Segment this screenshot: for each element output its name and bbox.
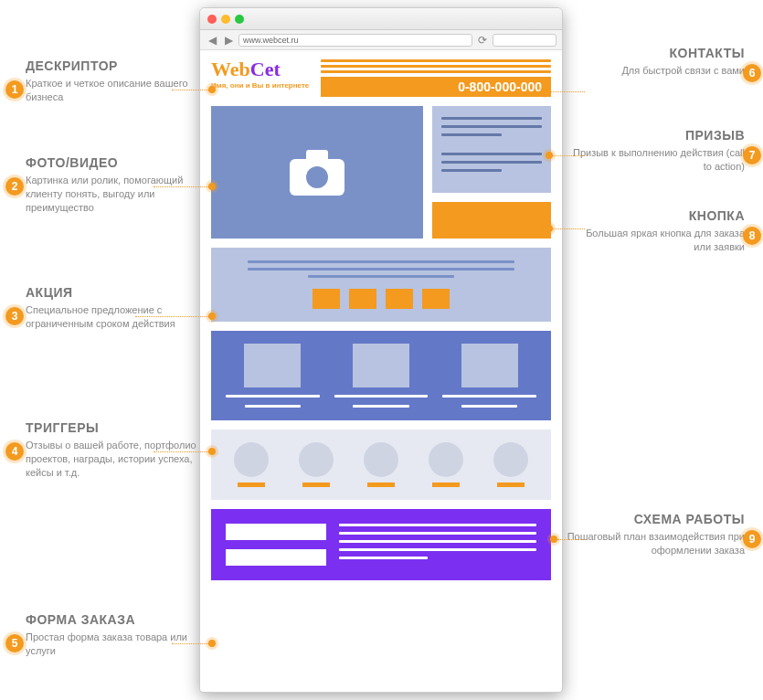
annotation-number: 1 [5, 80, 24, 99]
site-header: WebCet Имя, они и Вы в интернете 0-800-0… [211, 59, 551, 97]
form-text [339, 524, 536, 566]
annotation-orderform: ФОРМА ЗАКАЗА Простая форма заказа товара… [26, 612, 204, 658]
annotation-title: СХЕМА РАБОТЫ [567, 512, 745, 526]
annotation-contacts: КОНТАКТЫ Для быстрой связи с вами [567, 46, 745, 78]
connector-line [172, 643, 208, 644]
promo-block [211, 248, 551, 322]
connector-line [553, 155, 585, 156]
browser-window: ◀ ▶ www.webcet.ru ⟳ WebCet Имя, они и Вы… [199, 7, 563, 693]
cta-text-block [432, 106, 551, 193]
camera-icon [290, 150, 344, 196]
annotation-number: 6 [743, 64, 761, 82]
annotation-number: 5 [5, 634, 24, 652]
promo-square [422, 289, 450, 309]
logo-part2: Cet [250, 58, 281, 80]
minimize-icon[interactable] [221, 15, 230, 24]
reload-icon[interactable]: ⟳ [476, 34, 489, 47]
hero-row [211, 106, 551, 239]
workflow-step [222, 442, 280, 487]
connector-line [557, 539, 585, 540]
annotation-title: КОНТАКТЫ [567, 46, 745, 60]
connector-line [553, 228, 585, 229]
connector-dot [546, 225, 553, 232]
connector-dot [208, 313, 216, 320]
form-fields [226, 524, 326, 566]
annotation-desc: Призыв к выполнению действия (call to ac… [567, 146, 745, 174]
browser-search[interactable] [493, 34, 556, 47]
header-right: 0-800-000-000 [321, 59, 551, 97]
logo-block: WebCet Имя, они и Вы в интернете [211, 59, 312, 90]
connector-line [154, 186, 208, 187]
connector-line [172, 90, 208, 90]
step-icon [234, 442, 269, 477]
trigger-image [353, 344, 409, 387]
annotation-title: ТРИГГЕРЫ [26, 420, 204, 435]
logo-part1: Web [211, 58, 250, 80]
annotation-number: 9 [743, 530, 761, 548]
annotation-desc: Большая яркая кнопка для заказа или заяв… [567, 227, 745, 254]
annotation-title: ДЕСКРИПТОР [26, 58, 204, 73]
workflow-step [352, 442, 409, 487]
connector-dot [208, 86, 216, 93]
annotation-workflow: СХЕМА РАБОТЫ Пошаговый план взаимодейств… [567, 512, 745, 557]
step-icon [493, 442, 528, 477]
promo-square [386, 289, 413, 309]
trigger-item[interactable] [334, 344, 429, 408]
photo-video-block[interactable] [211, 106, 423, 239]
address-url: www.webcet.ru [243, 36, 299, 45]
tagline: Имя, они и Вы в интернете [211, 81, 312, 90]
promo-text [248, 260, 514, 278]
promo-square [349, 289, 376, 309]
workflow-step [482, 442, 540, 487]
logo: WebCet [211, 59, 312, 80]
connector-dot [208, 183, 216, 190]
contact-phone[interactable]: 0-800-000-000 [321, 77, 551, 97]
connector-line [548, 91, 585, 92]
address-bar[interactable]: www.webcet.ru [238, 34, 472, 47]
workflow-block [211, 430, 551, 500]
annotation-number: 7 [743, 146, 761, 164]
annotation-number: 4 [5, 442, 24, 461]
annotation-number: 8 [743, 227, 761, 245]
form-input[interactable] [226, 549, 326, 566]
triggers-block [211, 331, 551, 420]
workflow-step [418, 442, 475, 487]
annotation-photo: ФОТО/ВИДЕО Картинка или ролик, помогающи… [26, 155, 204, 215]
annotation-button: КНОПКА Большая яркая кнопка для заказа и… [567, 208, 745, 254]
cta-button[interactable] [432, 202, 551, 239]
annotation-desc: Картинка или ролик, помогающий клиенту п… [26, 174, 204, 215]
connector-dot [208, 640, 216, 647]
step-icon [299, 442, 334, 477]
order-form-block [211, 509, 551, 580]
annotation-title: КНОПКА [567, 208, 745, 223]
workflow-step [287, 442, 344, 487]
step-icon [364, 442, 398, 477]
connector-line [154, 451, 208, 452]
connector-dot [546, 152, 553, 159]
annotation-title: АКЦИЯ [26, 285, 204, 300]
annotation-title: ФОРМА ЗАКАЗА [26, 612, 204, 627]
trigger-item[interactable] [442, 344, 536, 408]
phone-number: 0-800-000-000 [458, 80, 542, 94]
descriptor-lines [321, 59, 551, 73]
connector-line [135, 316, 208, 317]
form-input[interactable] [226, 524, 326, 540]
maximize-icon[interactable] [235, 15, 244, 24]
trigger-image [461, 344, 518, 387]
forward-icon[interactable]: ▶ [222, 34, 235, 47]
back-icon[interactable]: ◀ [206, 34, 218, 47]
connector-dot [550, 536, 557, 543]
step-icon [429, 442, 463, 477]
browser-titlebar [200, 8, 562, 30]
close-icon[interactable] [207, 15, 217, 24]
annotation-desc: Для быстрой связи с вами [567, 64, 745, 78]
connector-dot [208, 448, 216, 455]
promo-square [313, 289, 340, 309]
trigger-item[interactable] [226, 344, 320, 408]
annotation-title: ПРИЗЫВ [567, 128, 745, 143]
annotation-promo: АКЦИЯ Специальное предложение с ограниче… [26, 285, 204, 331]
promo-countdown [313, 289, 450, 309]
browser-toolbar: ◀ ▶ www.webcet.ru ⟳ [200, 30, 562, 50]
annotation-triggers: ТРИГГЕРЫ Отзывы о вашей работе, портфоли… [26, 420, 204, 480]
annotation-number: 2 [5, 177, 24, 196]
